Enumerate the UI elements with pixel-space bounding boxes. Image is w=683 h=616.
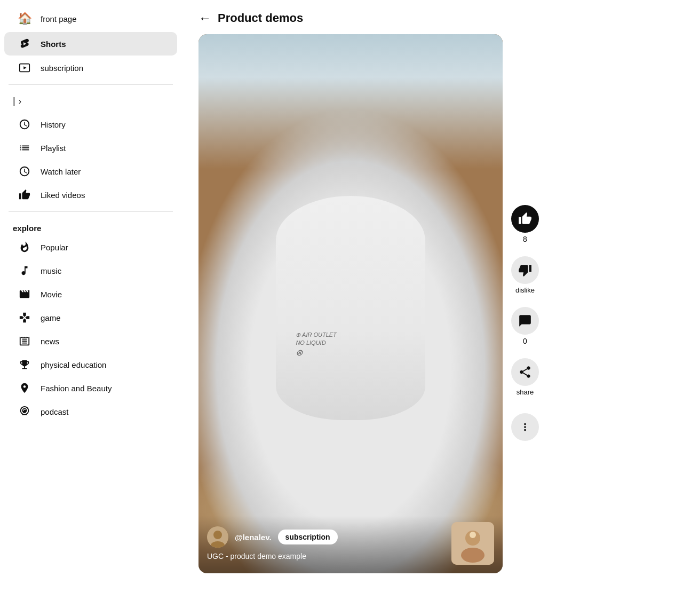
sidebar-item-label-subscription: subscription [41,64,83,73]
back-button[interactable]: ← [198,11,211,26]
like-icon-circle [511,205,539,233]
avatar [207,526,228,548]
video-background: ⊕ AIR OUTLET NO LIQUID ⊗ [198,34,503,573]
like-button[interactable]: 8 [511,205,539,243]
sidebar-item-physical-education[interactable]: physical education [4,353,177,376]
dislike-button[interactable]: dislike [511,256,539,294]
game-icon [17,312,32,323]
dislike-icon-circle [511,256,539,284]
sidebar-item-watch-later[interactable]: Watch later [4,160,177,183]
sidebar-item-label-shorts: Shorts [41,40,66,49]
collapse-bar: | [13,96,15,107]
share-button[interactable]: share [511,358,539,396]
sidebar-item-history[interactable]: History [4,113,177,136]
news-icon [17,335,32,347]
share-label: share [517,388,534,396]
sidebar-item-label-physical-education: physical education [41,360,106,369]
sidebar-item-label-watch-later: Watch later [41,167,81,176]
sidebar-item-label-movie: Movie [41,290,62,299]
sidebar-item-liked-videos[interactable]: Liked videos [4,184,177,206]
subscribe-button[interactable]: subscription [278,530,338,544]
podcast-icon [17,406,32,417]
sidebar: 🏠 front page Shorts subscription | › His… [0,0,181,616]
sidebar-item-label-game: game [41,313,61,322]
sidebar-item-label-playlist: Playlist [41,144,66,153]
svg-point-3 [213,531,222,539]
dislike-label: dislike [515,286,535,294]
sidebar-item-label-music: music [41,266,61,275]
physical-education-icon [17,359,32,370]
video-username: @lenalev. [235,533,272,542]
sidebar-item-label-popular: Popular [41,243,68,252]
divider-1 [9,84,173,85]
comment-icon-circle [511,307,539,335]
next-video-thumbnail[interactable] [451,522,494,565]
svg-point-8 [470,532,476,538]
playlist-icon [17,142,32,154]
sidebar-item-fashion-beauty[interactable]: Fashion and Beauty [4,377,177,399]
video-player[interactable]: ⊕ AIR OUTLET NO LIQUID ⊗ @lenalev. subsc… [198,34,503,573]
sidebar-item-label-front-page: front page [41,14,77,23]
main-content: ← Product demos ⊕ AIR OUTLET NO LIQUID ⊗ [181,0,683,616]
subscription-icon [17,62,32,74]
chevron-right-icon: › [19,97,21,106]
fashion-beauty-icon [17,382,32,394]
sidebar-item-label-liked-videos: Liked videos [41,191,85,200]
sidebar-item-shorts[interactable]: Shorts [4,32,177,56]
like-count: 8 [523,235,527,243]
popular-icon [17,241,32,253]
liked-videos-icon [17,189,32,201]
sidebar-item-popular[interactable]: Popular [4,236,177,258]
sidebar-item-label-history: History [41,120,66,129]
svg-marker-1 [23,66,27,69]
comment-button[interactable]: 0 [511,307,539,345]
watch-later-icon [17,165,32,177]
share-icon-circle [511,358,539,386]
sidebar-item-label-fashion-beauty: Fashion and Beauty [41,384,112,393]
collapse-row[interactable]: | › [0,90,181,112]
page-title: Product demos [218,11,303,25]
history-icon [17,119,32,130]
home-icon: 🏠 [17,12,32,26]
video-area: ⊕ AIR OUTLET NO LIQUID ⊗ @lenalev. subsc… [181,34,683,590]
sidebar-item-subscription[interactable]: subscription [4,57,177,79]
shorts-icon [17,37,32,50]
divider-2 [9,211,173,212]
sidebar-item-game[interactable]: game [4,306,177,329]
sidebar-item-movie[interactable]: Movie [4,283,177,305]
svg-point-7 [461,548,485,563]
sidebar-item-playlist[interactable]: Playlist [4,137,177,159]
comments-count: 0 [523,337,527,345]
content-header: ← Product demos [181,0,683,34]
sidebar-item-news[interactable]: news [4,330,177,352]
explore-label: explore [0,217,181,235]
action-buttons-panel: 8 dislike 0 share [511,34,539,441]
sidebar-item-music[interactable]: music [4,259,177,282]
sidebar-item-front-page[interactable]: 🏠 front page [4,6,177,31]
sidebar-item-podcast[interactable]: podcast [4,400,177,423]
movie-icon [17,288,32,300]
sidebar-item-label-podcast: podcast [41,407,69,416]
more-options-button[interactable] [511,413,539,441]
music-icon [17,265,32,277]
sidebar-item-label-news: news [41,337,59,346]
